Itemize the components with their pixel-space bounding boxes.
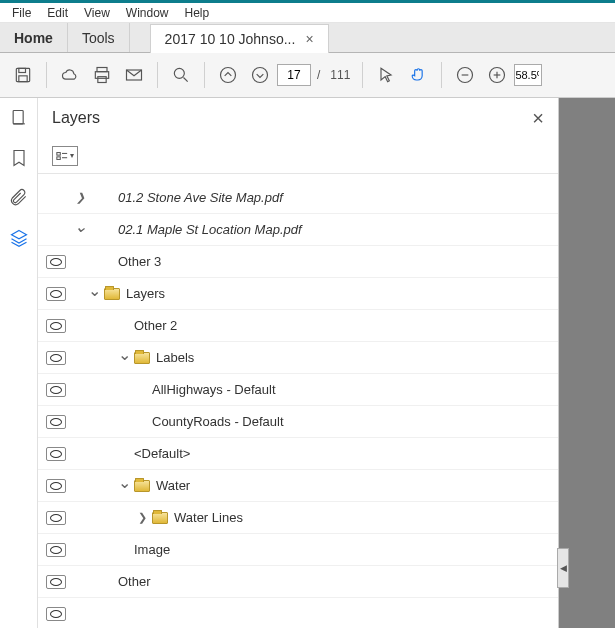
page-down-icon[interactable]	[245, 60, 275, 90]
svg-rect-19	[57, 156, 60, 159]
bookmark-icon[interactable]	[7, 146, 31, 170]
svg-point-10	[253, 68, 268, 83]
visibility-icon[interactable]	[46, 351, 66, 365]
visibility-icon[interactable]	[46, 607, 66, 621]
cloud-icon[interactable]	[55, 60, 85, 90]
folder-icon	[134, 480, 150, 492]
chevron-down-icon[interactable]	[116, 478, 132, 494]
collapse-panel-icon[interactable]: ◀	[557, 548, 569, 588]
svg-rect-16	[13, 111, 23, 124]
layers-icon[interactable]	[7, 226, 31, 250]
svg-rect-5	[98, 77, 106, 83]
tab-document-label: 2017 10 10 Johnso...	[165, 31, 296, 47]
page-number-input[interactable]	[277, 64, 311, 86]
document-view[interactable]: ◀	[559, 98, 615, 628]
visibility-icon[interactable]	[46, 511, 66, 525]
chevron-right-icon[interactable]	[72, 190, 88, 206]
chevron-right-icon[interactable]	[134, 510, 150, 526]
zoom-out-icon[interactable]	[450, 60, 480, 90]
svg-line-8	[184, 78, 188, 82]
zoom-in-icon[interactable]	[482, 60, 512, 90]
tree-row-empty	[38, 598, 558, 628]
tree-row-folder[interactable]: Water	[38, 470, 558, 502]
menu-edit[interactable]: Edit	[39, 6, 76, 20]
visibility-icon[interactable]	[46, 319, 66, 333]
svg-rect-2	[19, 76, 27, 82]
tab-tools[interactable]: Tools	[68, 23, 130, 52]
visibility-icon[interactable]	[46, 383, 66, 397]
mail-icon[interactable]	[119, 60, 149, 90]
menu-window[interactable]: Window	[118, 6, 177, 20]
close-tab-icon[interactable]: ×	[305, 31, 313, 47]
panel-close-icon[interactable]: ×	[532, 107, 544, 130]
pointer-icon[interactable]	[371, 60, 401, 90]
layers-panel: Layers × 01.2 Stone Ave Site Map.pdf 02.…	[38, 98, 559, 628]
tab-home[interactable]: Home	[0, 23, 68, 52]
panel-header: Layers ×	[38, 98, 558, 138]
print-icon[interactable]	[87, 60, 117, 90]
tree-row-layer[interactable]: CountyRoads - Default	[38, 406, 558, 438]
tree-row-file[interactable]: 02.1 Maple St Location Map.pdf	[38, 214, 558, 246]
folder-icon	[134, 352, 150, 364]
svg-rect-1	[19, 68, 26, 72]
folder-icon	[104, 288, 120, 300]
tree-row-layer[interactable]: AllHighways - Default	[38, 374, 558, 406]
attachment-icon[interactable]	[7, 186, 31, 210]
search-icon[interactable]	[166, 60, 196, 90]
tree-row-layer[interactable]: Other 3	[38, 246, 558, 278]
tree-row-layer[interactable]: <Default>	[38, 438, 558, 470]
main-area: Layers × 01.2 Stone Ave Site Map.pdf 02.…	[0, 98, 615, 628]
svg-point-9	[221, 68, 236, 83]
sidebar	[0, 98, 38, 628]
chevron-down-icon[interactable]	[116, 350, 132, 366]
menu-file[interactable]: File	[4, 6, 39, 20]
visibility-icon[interactable]	[46, 447, 66, 461]
menubar: File Edit View Window Help	[0, 3, 615, 23]
zoom-input[interactable]	[514, 64, 542, 86]
svg-rect-17	[57, 152, 60, 155]
page-separator: /	[313, 68, 324, 82]
layers-tree[interactable]: 01.2 Stone Ave Site Map.pdf 02.1 Maple S…	[38, 174, 558, 628]
page-up-icon[interactable]	[213, 60, 243, 90]
panel-title: Layers	[52, 109, 100, 127]
save-icon[interactable]	[8, 60, 38, 90]
page-total: 111	[326, 68, 354, 82]
tab-document[interactable]: 2017 10 10 Johnso... ×	[150, 24, 329, 53]
tabbar: Home Tools 2017 10 10 Johnso... ×	[0, 23, 615, 53]
visibility-icon[interactable]	[46, 575, 66, 589]
tree-row-layer[interactable]: Other	[38, 566, 558, 598]
panel-options-bar	[38, 138, 558, 174]
visibility-icon[interactable]	[46, 255, 66, 269]
thumbnails-icon[interactable]	[7, 106, 31, 130]
tree-row-folder[interactable]: Layers	[38, 278, 558, 310]
folder-icon	[152, 512, 168, 524]
menu-view[interactable]: View	[76, 6, 118, 20]
panel-options-dropdown[interactable]	[52, 146, 78, 166]
visibility-icon[interactable]	[46, 415, 66, 429]
chevron-down-icon[interactable]	[72, 222, 88, 238]
tree-row-folder[interactable]: Labels	[38, 342, 558, 374]
tree-row-layer[interactable]: Image	[38, 534, 558, 566]
hand-icon[interactable]	[403, 60, 433, 90]
tree-row-folder[interactable]: Water Lines	[38, 502, 558, 534]
visibility-icon[interactable]	[46, 543, 66, 557]
toolbar: / 111	[0, 53, 615, 98]
svg-point-7	[174, 68, 184, 78]
tree-row-layer[interactable]: Other 2	[38, 310, 558, 342]
chevron-down-icon[interactable]	[86, 286, 102, 302]
tree-row-file[interactable]: 01.2 Stone Ave Site Map.pdf	[38, 182, 558, 214]
menu-help[interactable]: Help	[177, 6, 218, 20]
svg-rect-3	[97, 68, 107, 72]
visibility-icon[interactable]	[46, 479, 66, 493]
visibility-icon[interactable]	[46, 287, 66, 301]
